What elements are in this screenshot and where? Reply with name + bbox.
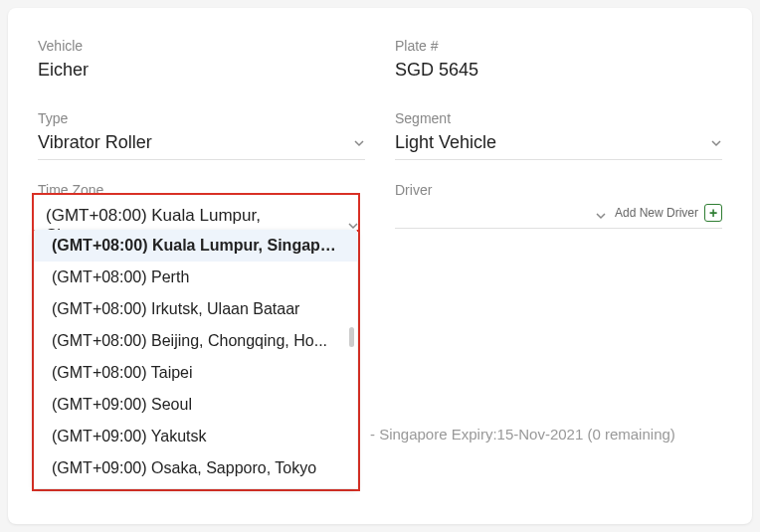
segment-label: Segment xyxy=(395,110,722,126)
timezone-option[interactable]: (GMT+08:00) Perth xyxy=(34,262,357,293)
chevron-down-icon xyxy=(353,137,365,149)
add-driver-label: Add New Driver xyxy=(615,206,698,220)
chevron-down-icon xyxy=(710,137,722,149)
timezone-option[interactable]: (GMT+08:00) Kuala Lumpur, Singapore xyxy=(34,230,357,262)
type-label: Type xyxy=(38,110,365,126)
highlight-annotation xyxy=(32,193,360,230)
expiry-text: - Singapore Expiry:15-Nov-2021 (0 remain… xyxy=(370,426,675,443)
vehicle-value: Eicher xyxy=(38,60,365,89)
type-value: Vibrator Roller xyxy=(38,132,152,153)
plate-label: Plate # xyxy=(395,38,722,54)
timezone-option[interactable]: (GMT+08:00) Taipei xyxy=(34,357,357,389)
timezone-option[interactable]: (GMT+09:00) Osaka, Sapporo, Tokyo xyxy=(34,452,357,484)
vehicle-label: Vehicle xyxy=(38,38,365,54)
driver-select[interactable] xyxy=(395,210,615,222)
timezone-dropdown: (GMT+08:00) Kuala Lumpur, Singapore (GMT… xyxy=(34,230,357,488)
type-select[interactable]: Vibrator Roller xyxy=(38,132,365,160)
timezone-option[interactable]: (GMT+09:00) Yakutsk xyxy=(34,421,357,452)
chevron-down-icon xyxy=(595,210,607,222)
plate-value: SGD 5645 xyxy=(395,60,722,89)
driver-label: Driver xyxy=(395,182,722,198)
segment-select[interactable]: Light Vehicle xyxy=(395,132,722,160)
plus-icon: + xyxy=(709,206,717,220)
add-driver-button[interactable]: + xyxy=(704,204,722,222)
timezone-option[interactable]: (GMT+08:00) Irkutsk, Ulaan Bataar xyxy=(34,293,357,325)
timezone-option[interactable]: (GMT+08:00) Beijing, Chongqing, Ho... xyxy=(34,325,357,357)
timezone-option[interactable]: (GMT+09:00) Seoul xyxy=(34,389,357,421)
scrollbar-thumb[interactable] xyxy=(349,327,354,347)
segment-value: Light Vehicle xyxy=(395,132,496,153)
